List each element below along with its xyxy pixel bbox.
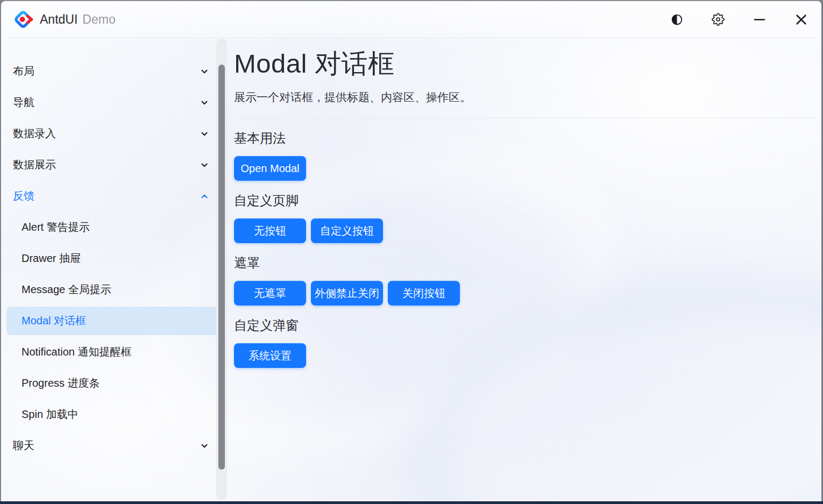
sidebar-item-label: Drawer 抽屉: [22, 251, 81, 266]
button-row: Open Modal: [234, 156, 814, 181]
chevron-down-icon: [200, 441, 209, 451]
sidebar-item-label: Modal 对话框: [22, 314, 86, 328]
close-button-demo-button[interactable]: 关闭按钮: [388, 281, 460, 306]
app-logo-icon: [12, 8, 34, 31]
system-settings-button[interactable]: 系统设置: [234, 343, 306, 368]
sidebar-item-label: 数据录入: [13, 126, 56, 141]
chevron-down-icon: [200, 98, 209, 108]
section-heading-mask: 遮罩: [234, 254, 814, 272]
page-title: Modal 对话框: [234, 46, 814, 82]
content-divider: [234, 118, 814, 118]
sidebar-item-label: 数据展示: [13, 158, 56, 172]
sidebar-group-feedback[interactable]: 反馈: [6, 182, 218, 210]
no-mask-button[interactable]: 无遮罩: [234, 281, 306, 306]
titlebar: AntdUI Demo: [1, 1, 821, 38]
window-bottom-edge: [0, 501, 823, 504]
app-title: AntdUI: [40, 12, 77, 27]
sidebar-item-label: Alert 警告提示: [22, 220, 90, 235]
chevron-up-icon: [200, 191, 209, 201]
section-heading-custom-dialog: 自定义弹窗: [234, 317, 814, 334]
sidebar-item-label: 聊天: [13, 438, 34, 453]
sidebar-item-spin[interactable]: Spin 加载中: [6, 400, 218, 429]
sidebar-item-modal[interactable]: Modal 对话框: [6, 307, 218, 335]
disable-outside-close-button[interactable]: 外侧禁止关闭: [311, 281, 383, 306]
chevron-down-icon: [200, 129, 209, 139]
sidebar-item-label: Spin 加载中: [22, 407, 79, 422]
button-row: 无按钮 自定义按钮: [234, 218, 814, 243]
sidebar-item-drawer[interactable]: Drawer 抽屉: [6, 244, 218, 273]
sidebar-item-message[interactable]: Message 全局提示: [6, 275, 218, 304]
close-icon[interactable]: [793, 12, 808, 27]
sidebar-item-label: Message 全局提示: [22, 282, 111, 297]
sidebar-item-label: 反馈: [13, 189, 34, 203]
sidebar-item-label: 导航: [13, 95, 34, 110]
sidebar-group-navigation[interactable]: 导航: [6, 88, 218, 117]
section-heading-basic-usage: 基本用法: [234, 130, 814, 147]
sidebar-group-data-display[interactable]: 数据展示: [6, 151, 218, 179]
sidebar-scrollbar-thumb[interactable]: [218, 65, 225, 470]
no-button-button[interactable]: 无按钮: [234, 218, 306, 243]
main-content: Modal 对话框 展示一个对话框，提供标题、内容区、操作区。 基本用法 Ope…: [234, 38, 814, 368]
theme-contrast-icon[interactable]: [669, 12, 684, 27]
chevron-down-icon: [200, 67, 209, 76]
sidebar-item-progress[interactable]: Progress 进度条: [6, 369, 218, 397]
sidebar-group-layout[interactable]: 布局: [6, 57, 218, 86]
chevron-down-icon: [200, 160, 209, 170]
sidebar-group-data-entry[interactable]: 数据录入: [6, 119, 218, 148]
app-window: AntdUI Demo: [0, 0, 823, 501]
settings-gear-icon[interactable]: [711, 12, 726, 27]
sidebar-item-alert[interactable]: Alert 警告提示: [6, 213, 218, 242]
button-row: 无遮罩 外侧禁止关闭 关闭按钮: [234, 281, 814, 306]
custom-button-button[interactable]: 自定义按钮: [311, 218, 383, 243]
minimize-icon[interactable]: [752, 12, 767, 27]
sidebar: 布局 导航 数据录入 数据展示 反馈: [1, 38, 216, 499]
button-row: 系统设置: [234, 343, 814, 368]
app-title-suffix: Demo: [82, 12, 115, 27]
sidebar-item-label: Notification 通知提醒框: [22, 345, 132, 359]
window-controls: [669, 1, 808, 38]
sidebar-item-label: 布局: [13, 64, 34, 79]
sidebar-scrollbar-track[interactable]: [216, 39, 227, 500]
page-description: 展示一个对话框，提供标题、内容区、操作区。: [234, 90, 814, 105]
sidebar-group-chat[interactable]: 聊天: [6, 431, 218, 460]
sidebar-item-label: Progress 进度条: [22, 376, 100, 391]
sidebar-item-notification[interactable]: Notification 通知提醒框: [6, 338, 218, 366]
section-heading-custom-footer: 自定义页脚: [234, 192, 814, 209]
open-modal-button[interactable]: Open Modal: [234, 156, 306, 181]
